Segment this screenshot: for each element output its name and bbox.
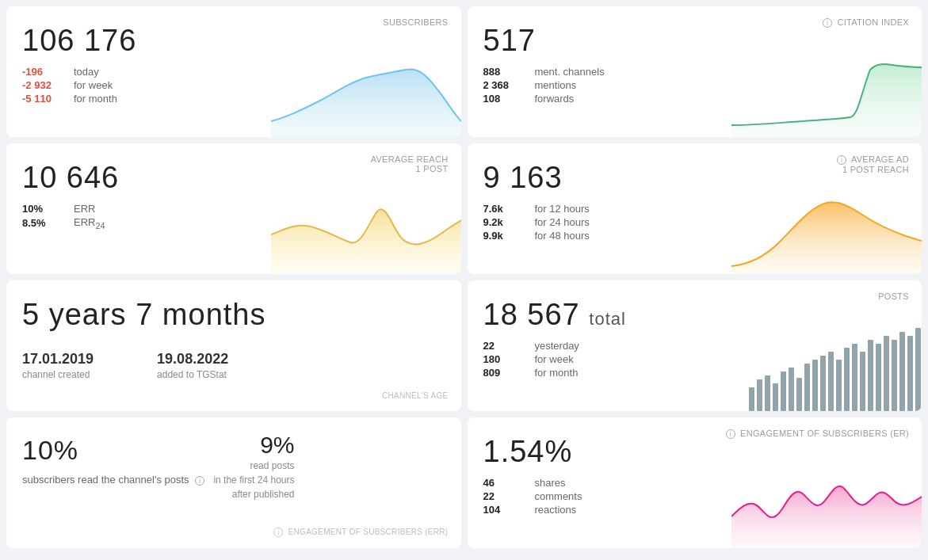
channel-age-value: 5 years 7 months [22, 298, 445, 332]
avg-ad-info-icon: i [837, 155, 846, 165]
posts-week-value: 180 [483, 353, 527, 365]
er-shares-value: 46 [483, 477, 527, 489]
citation-mentions-label: mentions [535, 79, 577, 91]
svg-rect-17 [884, 336, 889, 411]
svg-rect-15 [868, 340, 873, 411]
posts-card: POSTS 18 567 total 22 yesterday 180 for … [468, 280, 922, 411]
er-label: i ENGAGEMENT OF SUBSCRIBERS (ER) [726, 429, 909, 439]
channel-added-date: 19.08.2022 [157, 351, 228, 368]
avg-reach-label: AVERAGE REACH 1 POST [371, 154, 449, 173]
err-bottom-label: i ENGAGEMENT OF SUBSCRIBERS (ERR) [273, 528, 448, 537]
citation-info-icon: i [823, 18, 832, 28]
svg-rect-12 [844, 348, 850, 411]
channel-added-label: added to TGStat [157, 369, 228, 380]
citation-forwards-label: forwards [535, 93, 575, 105]
svg-rect-8 [812, 360, 818, 411]
er-reactions-value: 104 [483, 504, 527, 516]
posts-label: POSTS [878, 291, 909, 301]
avg-reach-err24-value: 8.5% [22, 217, 66, 229]
svg-rect-19 [899, 332, 905, 411]
channel-age-label: CHANNEL'S AGE [382, 391, 449, 400]
svg-rect-2 [765, 375, 770, 411]
posts-month-value: 809 [483, 367, 527, 379]
svg-rect-9 [820, 356, 826, 411]
channel-added-block: 19.08.2022 added to TGStat [157, 351, 228, 380]
posts-yesterday-value: 22 [483, 340, 527, 352]
subscribers-card: SUBSCRIBERS 106 176 -196 today -2 932 fo… [6, 6, 461, 137]
avg-reach-err-label: ERR [74, 203, 95, 215]
subscribers-month-value: -5 110 [22, 93, 66, 105]
er-info-icon: i [726, 429, 735, 439]
svg-rect-10 [828, 352, 834, 411]
avg-reach-err-value: 10% [22, 203, 66, 215]
svg-rect-18 [892, 340, 897, 411]
svg-rect-3 [773, 383, 778, 411]
err-label-icon: i [273, 528, 283, 537]
svg-rect-11 [836, 360, 842, 411]
citation-channels-label: ment. channels [535, 66, 605, 78]
citation-forwards-value: 108 [483, 93, 527, 105]
citation-chart [731, 50, 922, 137]
posts-month-label: for month [535, 367, 579, 379]
svg-rect-6 [796, 378, 802, 411]
svg-rect-7 [804, 364, 810, 411]
channel-age-card: 5 years 7 months 17.01.2019 channel crea… [6, 280, 461, 411]
citation-channels-value: 888 [483, 66, 527, 78]
svg-rect-20 [907, 336, 913, 411]
er-comments-label: comments [535, 490, 582, 502]
posts-chart [747, 316, 922, 411]
subscribers-week-value: -2 932 [22, 79, 66, 91]
svg-rect-5 [789, 368, 794, 411]
svg-rect-4 [781, 371, 786, 411]
channel-age-dates: 17.01.2019 channel created 19.08.2022 ad… [22, 351, 445, 380]
svg-rect-13 [852, 344, 857, 411]
posts-suffix: total [589, 309, 626, 329]
svg-rect-1 [757, 379, 762, 411]
er-card: i ENGAGEMENT OF SUBSCRIBERS (ER) 1.54% 4… [468, 417, 922, 548]
avg-ad-48h-label: for 48 hours [535, 230, 590, 242]
er-shares-label: shares [535, 477, 566, 489]
err-right-value: 9% [213, 432, 294, 459]
er-reactions-label: reactions [535, 504, 577, 516]
avg-ad-24h-value: 9.2k [483, 216, 527, 228]
err-card: 10% subscribers read the channel's posts… [6, 417, 461, 548]
subscribers-label: SUBSCRIBERS [383, 17, 448, 27]
avg-ad-chart [731, 187, 922, 274]
channel-created-label: channel created [22, 369, 94, 380]
avg-ad-12h-label: for 12 hours [535, 203, 590, 215]
avg-ad-card: i AVERAGE AD 1 POST REACH 9 163 7.6k for… [468, 143, 922, 274]
avg-reach-chart [271, 187, 461, 274]
err-info-icon: i [195, 476, 204, 486]
channel-created-date: 17.01.2019 [22, 351, 94, 368]
posts-yesterday-label: yesterday [535, 340, 579, 352]
subscribers-month-label: for month [74, 93, 117, 105]
svg-rect-14 [860, 352, 865, 411]
svg-rect-0 [749, 387, 754, 411]
avg-reach-err24-label: ERR24 [74, 216, 105, 230]
svg-rect-21 [915, 328, 921, 411]
channel-created-block: 17.01.2019 channel created [22, 351, 94, 380]
avg-reach-card: AVERAGE REACH 1 POST 10 646 10% ERR 8.5%… [6, 143, 461, 274]
subscribers-chart [271, 50, 461, 137]
posts-week-label: for week [535, 353, 574, 365]
avg-ad-24h-label: for 24 hours [535, 216, 590, 228]
citation-label: i CITATION INDEX [823, 17, 909, 28]
err-right-text: read posts in the first 24 hours after p… [213, 459, 294, 501]
subscribers-week-label: for week [74, 79, 113, 91]
subscribers-today-value: -196 [22, 66, 66, 78]
avg-ad-12h-value: 7.6k [483, 203, 527, 215]
er-chart [731, 453, 922, 548]
svg-rect-16 [876, 344, 881, 411]
citation-mentions-value: 2 368 [483, 79, 527, 91]
avg-ad-48h-value: 9.9k [483, 230, 527, 242]
citation-card: i CITATION INDEX 517 888 ment. channels … [468, 6, 922, 137]
avg-ad-label: i AVERAGE AD 1 POST REACH [831, 154, 909, 174]
subscribers-today-label: today [74, 66, 99, 78]
main-grid: SUBSCRIBERS 106 176 -196 today -2 932 fo… [0, 0, 928, 554]
er-comments-value: 22 [483, 490, 527, 502]
err-right-block: 9% read posts in the first 24 hours afte… [213, 432, 294, 501]
